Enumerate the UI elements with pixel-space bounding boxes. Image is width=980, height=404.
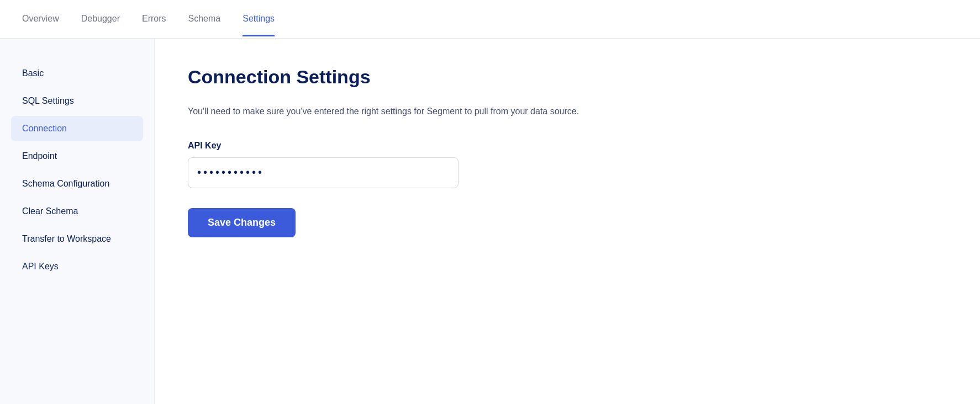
description-text: You'll need to make sure you've entered … — [188, 104, 947, 119]
tab-debugger[interactable]: Debugger — [81, 2, 120, 36]
tab-overview[interactable]: Overview — [22, 2, 59, 36]
sidebar-item-basic[interactable]: Basic — [11, 61, 143, 86]
sidebar-item-connection[interactable]: Connection — [11, 116, 143, 141]
tab-errors[interactable]: Errors — [142, 2, 166, 36]
main-content: Connection Settings You'll need to make … — [155, 39, 980, 404]
sidebar-item-clear-schema[interactable]: Clear Schema — [11, 199, 143, 224]
tab-schema[interactable]: Schema — [188, 2, 221, 36]
main-layout: Basic SQL Settings Connection Endpoint S… — [0, 39, 980, 404]
sidebar-item-sql-settings[interactable]: SQL Settings — [11, 88, 143, 114]
save-changes-button[interactable]: Save Changes — [188, 208, 296, 237]
api-key-label: API Key — [188, 141, 947, 151]
sidebar-item-endpoint[interactable]: Endpoint — [11, 143, 143, 169]
api-key-input[interactable] — [188, 157, 459, 188]
sidebar: Basic SQL Settings Connection Endpoint S… — [0, 39, 155, 404]
sidebar-item-api-keys[interactable]: API Keys — [11, 254, 143, 279]
tab-settings[interactable]: Settings — [243, 2, 275, 36]
top-nav: Overview Debugger Errors Schema Settings — [0, 0, 980, 39]
page-title: Connection Settings — [188, 66, 947, 88]
sidebar-item-schema-configuration[interactable]: Schema Configuration — [11, 171, 143, 196]
sidebar-item-transfer-to-workspace[interactable]: Transfer to Workspace — [11, 226, 143, 252]
